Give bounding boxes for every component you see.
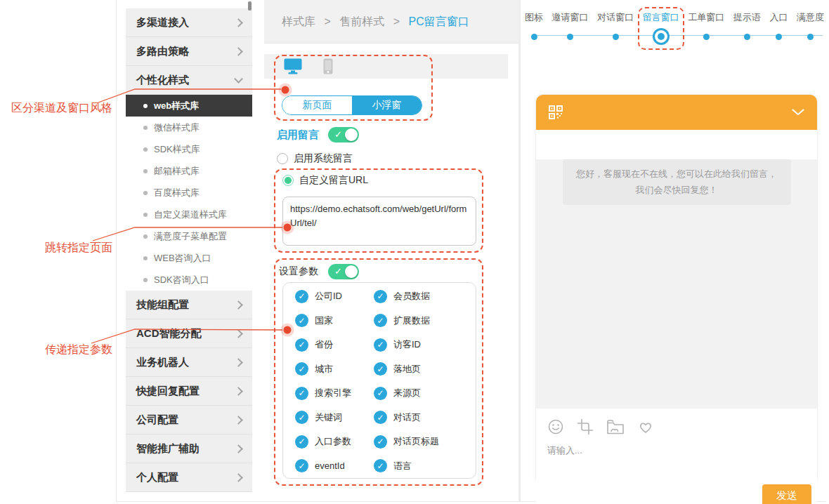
checkbox-checked-icon: ✓ <box>374 290 387 303</box>
param-landing-page[interactable]: ✓落地页 <box>374 362 476 376</box>
sidebar-item-business-robot[interactable]: 业务机器人 <box>126 348 252 377</box>
tab-new-page[interactable]: 新页面 <box>282 96 352 114</box>
sidebar-item-multi-routing-strategy[interactable]: 多路由策略 <box>126 37 252 66</box>
radio-icon <box>277 153 288 164</box>
sidebar-item-web-style-lib[interactable]: web样式库 <box>126 95 252 117</box>
step-ticket-window[interactable]: 工单窗口 <box>688 11 724 44</box>
annotation-channel-style: 区分渠道及窗口风格 <box>3 101 112 115</box>
checkbox-checked-icon: ✓ <box>295 459 308 472</box>
chat-message-area: 您好，客服现在不在线，您可以在此给我们留言，我们会尽快回复您！ <box>536 159 817 409</box>
param-keyword[interactable]: ✓关键词 <box>295 411 374 424</box>
mobile-icon[interactable] <box>323 58 333 74</box>
sidebar-item-satisfaction-submenu-config[interactable]: 满意度子菜单配置 <box>126 225 252 247</box>
sidebar-item-wechat-style-lib[interactable]: 微信样式库 <box>126 117 252 138</box>
offline-notice-bubble: 您好，客服现在不在线，您可以在此给我们留言，我们会尽快回复您！ <box>563 159 791 205</box>
sidebar: 多渠道接入 多路由策略 个性化样式 web样式库 微信样式库 <box>117 0 264 501</box>
sidebar-item-personalized-style[interactable]: 个性化样式 <box>126 66 252 95</box>
step-dot <box>703 34 710 40</box>
step-icon[interactable]: 图标 <box>525 11 543 44</box>
chevron-right-icon <box>234 444 243 453</box>
checkbox-checked-icon: ✓ <box>374 362 387 376</box>
step-dot <box>567 34 573 40</box>
checkbox-checked-icon: ✓ <box>374 387 387 400</box>
step-invite-window[interactable]: 邀请窗口 <box>552 11 589 44</box>
sidebar-scrollbar[interactable] <box>248 1 252 11</box>
chat-input-panel: 请输入... 发送 <box>536 409 817 504</box>
breadcrumb-presale-style[interactable]: 售前样式 <box>339 15 384 27</box>
screenshot-root: 区分渠道及窗口风格 跳转指定页面 传递指定参数 多渠道接入 多路由策略 个 <box>0 0 829 504</box>
radio-system-message[interactable]: 启用系统留言 <box>277 152 353 165</box>
sidebar-item-personal-config[interactable]: 个人配置 <box>126 463 252 492</box>
checkbox-checked-icon: ✓ <box>295 435 308 449</box>
bullet-icon <box>143 234 148 239</box>
param-extend-data[interactable]: ✓扩展数据 <box>374 314 476 327</box>
param-visitor-id[interactable]: ✓访客ID <box>374 338 476 352</box>
chevron-right-icon <box>234 416 243 425</box>
sidebar-item-company-config[interactable]: 公司配置 <box>126 406 252 435</box>
bullet-icon <box>143 104 148 108</box>
heart-icon[interactable] <box>637 418 655 436</box>
chevron-down-icon[interactable] <box>792 109 804 116</box>
step-chat-window[interactable]: 对话窗口 <box>597 11 634 44</box>
crop-icon[interactable] <box>576 418 594 436</box>
sidebar-item-acd-smart-dispatch[interactable]: ACD智能分配 <box>126 319 252 348</box>
param-entry-params[interactable]: ✓入口参数 <box>295 435 374 449</box>
checkbox-checked-icon: ✓ <box>374 314 387 327</box>
sidebar-item-custom-channel-style-lib[interactable]: 自定义渠道样式库 <box>126 204 252 225</box>
device-switcher <box>264 54 508 79</box>
breadcrumb-pc-message-window: PC留言窗口 <box>409 15 469 27</box>
param-member-data[interactable]: ✓会员数据 <box>374 290 476 303</box>
param-search-engine[interactable]: ✓搜索引擎 <box>295 387 374 400</box>
param-referrer-page[interactable]: ✓来源页 <box>374 387 476 400</box>
sidebar-menu: 多渠道接入 多路由策略 个性化样式 web样式库 微信样式库 <box>126 8 252 492</box>
step-message-window[interactable]: 留言窗口 <box>643 11 679 44</box>
checkbox-checked-icon: ✓ <box>374 435 387 449</box>
param-company-id[interactable]: ✓公司ID <box>295 290 374 303</box>
sidebar-item-baidu-style-lib[interactable]: 百度样式库 <box>126 182 252 204</box>
param-city[interactable]: ✓城市 <box>295 362 374 376</box>
checkbox-checked-icon: ✓ <box>374 459 387 472</box>
enable-message-toggle[interactable]: ✓ <box>328 127 359 142</box>
sidebar-item-multi-channel-access[interactable]: 多渠道接入 <box>126 8 252 37</box>
step-dot <box>807 34 814 40</box>
param-eventid[interactable]: ✓eventId <box>295 459 374 472</box>
chat-window-preview: 您好，客服现在不在线，您可以在此给我们留言，我们会尽快回复您！ <box>536 95 817 483</box>
step-dot <box>613 34 619 40</box>
radio-custom-message-url[interactable]: 自定义留言URL <box>282 174 368 187</box>
chevron-right-icon <box>234 300 243 310</box>
sidebar-item-smart-promotion-assist[interactable]: 智能推广辅助 <box>126 435 252 463</box>
step-entry[interactable]: 入口 <box>769 11 788 44</box>
chat-input[interactable]: 请输入... <box>547 444 817 457</box>
step-satisfaction[interactable]: 满意度 <box>797 11 824 44</box>
sidebar-item-sdk-style-lib[interactable]: SDK样式库 <box>126 138 252 160</box>
bullet-icon <box>143 191 148 195</box>
sidebar-item-skill-group-config[interactable]: 技能组配置 <box>126 291 252 319</box>
desktop-icon[interactable] <box>284 58 302 74</box>
send-button[interactable]: 发送 <box>762 484 811 504</box>
checkbox-checked-icon: ✓ <box>295 290 308 303</box>
custom-url-input[interactable]: https://demo.echatsoft.com/web/getUrl/fo… <box>282 197 476 246</box>
chevron-right-icon <box>234 329 243 338</box>
step-dot <box>776 34 782 40</box>
chat-toolbar <box>536 409 817 436</box>
chevron-down-icon <box>234 74 243 84</box>
emoji-icon[interactable] <box>547 418 565 436</box>
param-country[interactable]: ✓国家 <box>295 314 374 327</box>
param-language[interactable]: ✓语言 <box>374 459 476 472</box>
toggle-knob <box>345 128 358 141</box>
param-province[interactable]: ✓省份 <box>295 338 374 352</box>
step-dot-active <box>658 33 665 40</box>
breadcrumb-style-lib[interactable]: 样式库 <box>282 15 315 27</box>
bullet-icon <box>143 147 148 152</box>
sidebar-item-quick-reply-config[interactable]: 快捷回复配置 <box>126 377 252 406</box>
param-chat-page[interactable]: ✓对话页 <box>374 411 476 424</box>
param-chat-page-title[interactable]: ✓对话页标题 <box>374 435 476 449</box>
sidebar-item-web-consult-entry[interactable]: WEB咨询入口 <box>126 247 252 269</box>
set-params-toggle[interactable]: ✓ <box>328 264 359 279</box>
sidebar-item-sdk-consult-entry[interactable]: SDK咨询入口 <box>126 269 252 291</box>
image-folder-icon[interactable] <box>606 418 625 436</box>
params-checkbox-grid: ✓公司ID ✓会员数据 ✓国家 ✓扩展数据 ✓省份 ✓访客ID ✓城市 ✓落地页… <box>282 282 476 479</box>
sidebar-item-email-style-lib[interactable]: 邮箱样式库 <box>126 160 252 182</box>
step-prompt-text[interactable]: 提示语 <box>733 11 761 44</box>
tab-small-float-window[interactable]: 小浮窗 <box>352 96 422 114</box>
